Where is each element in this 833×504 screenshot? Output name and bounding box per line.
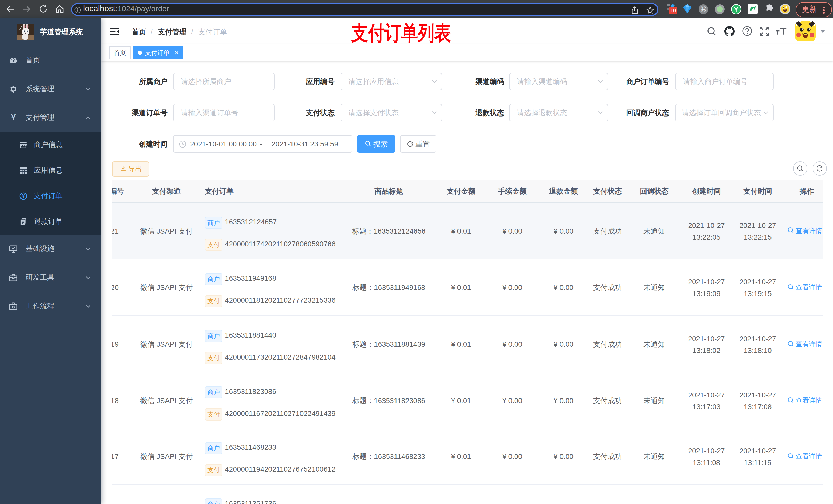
svg-text:⌘: ⌘ [700, 5, 707, 13]
svg-text:¥: ¥ [22, 193, 25, 199]
